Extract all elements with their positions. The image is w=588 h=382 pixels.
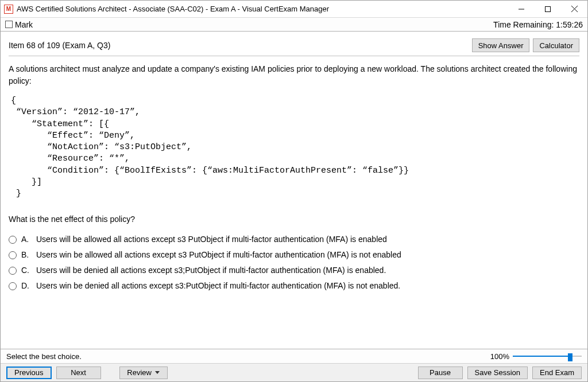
question-body: A solutions architect must analyze and u…	[9, 63, 579, 349]
review-label: Review	[127, 368, 152, 377]
progress-thumb-icon	[568, 353, 572, 361]
content-area: Item 68 of 109 (Exam A, Q3) Show Answer …	[1, 32, 587, 349]
item-counter: Item 68 of 109 (Exam A, Q3)	[9, 41, 472, 50]
maximize-button[interactable]	[535, 1, 561, 17]
answer-letter: B.	[21, 249, 32, 261]
content-header: Item 68 of 109 (Exam A, Q3) Show Answer …	[9, 38, 579, 52]
answer-letter: C.	[21, 264, 32, 276]
minimize-icon	[519, 6, 524, 12]
review-button[interactable]: Review	[119, 367, 168, 379]
policy-code-block: { “Version”: “2012-10-17”, “Statement”: …	[11, 95, 579, 200]
mark-bar: Mark Time Remaining: 1:59:26	[1, 18, 587, 32]
footer: Select the best choice. 100% Previous Ne…	[1, 349, 587, 381]
close-icon	[571, 6, 578, 12]
radio-icon	[9, 236, 17, 244]
instruction-text: Select the best choice.	[6, 352, 82, 361]
save-session-button[interactable]: Save Session	[467, 367, 528, 379]
nav-bar: Previous Next Review Pause Save Session …	[1, 363, 587, 381]
end-exam-button[interactable]: End Exam	[532, 367, 582, 379]
previous-button[interactable]: Previous	[6, 367, 52, 379]
answer-letter: D.	[21, 280, 32, 292]
progress-slider[interactable]	[513, 352, 582, 360]
show-answer-button[interactable]: Show Answer	[472, 38, 530, 52]
mark-label: Mark	[15, 20, 33, 29]
app-window: M AWS Certified Solutions Architect - As…	[0, 0, 588, 382]
answer-option[interactable]: B. Users win be allowed all actions exce…	[9, 249, 579, 261]
answer-text: Users win be denied all actions except s…	[36, 280, 400, 292]
time-remaining: Time Remaining: 1:59:26	[493, 20, 583, 29]
answer-option[interactable]: C. Users will be denied all actions exce…	[9, 264, 579, 276]
answer-option[interactable]: D. Users win be denied all actions excep…	[9, 280, 579, 292]
divider	[9, 56, 579, 56]
mark-checkbox-icon	[5, 21, 13, 28]
pause-button[interactable]: Pause	[418, 367, 463, 379]
question-intro: A solutions architect must analyze and u…	[9, 63, 579, 87]
chevron-down-icon	[155, 371, 160, 374]
answer-list: A. Users will be allowed all actions exc…	[9, 233, 579, 292]
minimize-button[interactable]	[508, 1, 535, 17]
progress-fill	[513, 356, 568, 357]
close-button[interactable]	[561, 1, 587, 17]
answer-text: Users win be allowed all actions except …	[36, 249, 401, 261]
question-prompt: What is the net effect of this policy?	[9, 213, 579, 225]
radio-icon	[9, 267, 17, 275]
app-icon: M	[4, 5, 13, 14]
progress-percentage: 100%	[490, 352, 509, 361]
radio-icon	[9, 251, 17, 259]
window-controls	[508, 1, 587, 17]
maximize-icon	[545, 6, 551, 12]
answer-text: Users will be denied all actions except …	[36, 264, 386, 276]
mark-toggle[interactable]: Mark	[5, 20, 33, 29]
answer-option[interactable]: A. Users will be allowed all actions exc…	[9, 233, 579, 245]
answer-letter: A.	[21, 233, 32, 245]
svg-rect-1	[546, 6, 551, 11]
window-title: AWS Certified Solutions Architect - Asso…	[17, 5, 508, 13]
next-button[interactable]: Next	[56, 367, 101, 379]
radio-icon	[9, 282, 17, 290]
calculator-button[interactable]: Calculator	[533, 38, 579, 52]
status-bar: Select the best choice. 100%	[1, 349, 587, 363]
answer-text: Users will be allowed all actions except…	[36, 233, 387, 245]
titlebar: M AWS Certified Solutions Architect - As…	[1, 1, 587, 18]
